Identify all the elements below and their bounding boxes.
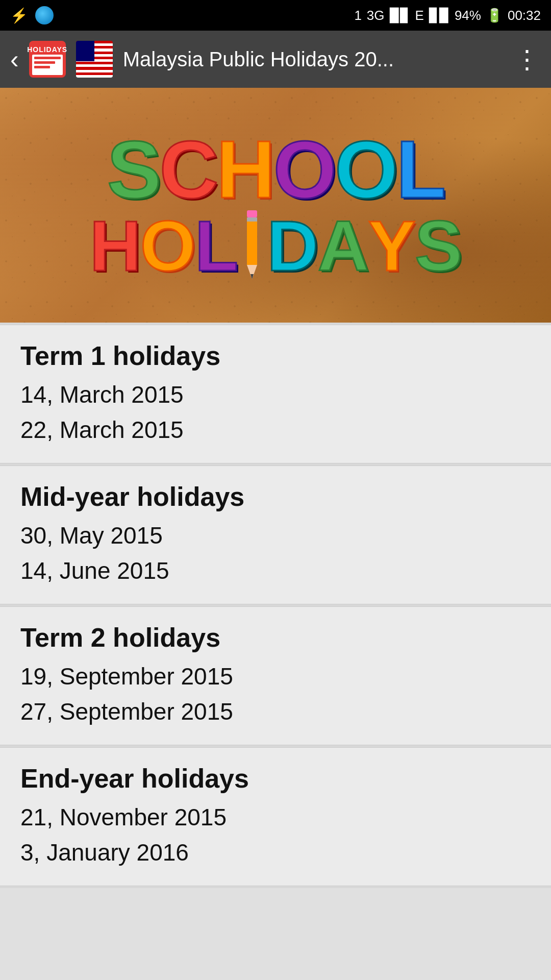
holiday-item-midyear[interactable]: Mid-year holidays 30, May 2015 14, June … <box>0 465 551 604</box>
overflow-menu-button[interactable]: ⋮ <box>514 44 541 74</box>
letter-s2: S <box>415 210 461 282</box>
letter-l: L <box>396 124 444 215</box>
battery-icon: 🔋 <box>486 8 503 23</box>
letter-li: L <box>195 210 238 282</box>
letter-h2: H <box>90 210 140 282</box>
holiday-start-midyear: 30, May 2015 <box>20 518 536 553</box>
holiday-end-endyear: 3, January 2016 <box>20 835 536 870</box>
holiday-end-term2: 27, September 2015 <box>20 694 536 729</box>
letter-s: S <box>107 124 160 215</box>
holiday-end-midyear: 14, June 2015 <box>20 553 536 589</box>
svg-rect-2 <box>247 222 257 265</box>
holiday-dates-midyear: 30, May 2015 14, June 2015 <box>20 518 536 589</box>
status-bar-left: ⚡ <box>10 6 54 24</box>
school-text: SCHOOL <box>107 129 444 210</box>
holiday-item-term1[interactable]: Term 1 holidays 14, March 2015 22, March… <box>0 325 551 463</box>
letter-h: H <box>216 124 273 215</box>
holiday-title-endyear: End-year holidays <box>20 763 536 794</box>
svg-rect-0 <box>247 210 257 217</box>
letter-o1: O <box>273 124 335 215</box>
network-3g: 3G <box>367 8 385 23</box>
letter-o2: O <box>335 124 396 215</box>
signal-icon-2: ▊▉ <box>429 8 449 23</box>
network-type-1: 1 <box>354 8 361 23</box>
status-bar: ⚡ 1 3G ▉▊ E ▊▉ 94% 🔋 00:32 <box>0 0 551 31</box>
holiday-item-term2[interactable]: Term 2 holidays 19, September 2015 27, S… <box>0 606 551 745</box>
holiday-dates-endyear: 21, November 2015 3, January 2016 <box>20 800 536 870</box>
holiday-start-endyear: 21, November 2015 <box>20 800 536 835</box>
letter-o3: O <box>140 210 195 282</box>
holiday-end-term1: 22, March 2015 <box>20 412 536 448</box>
banner-text-container: SCHOOL HOL DAYS <box>0 88 551 323</box>
flag-canton <box>76 41 94 61</box>
holiday-title-term1: Term 1 holidays <box>20 340 536 371</box>
battery-level: 94% <box>455 8 481 23</box>
holiday-dates-term1: 14, March 2015 22, March 2015 <box>20 377 536 448</box>
letter-d: D <box>267 210 317 282</box>
holiday-list: Term 1 holidays 14, March 2015 22, March… <box>0 323 551 888</box>
holiday-item-endyear[interactable]: End-year holidays 21, November 2015 3, J… <box>0 747 551 886</box>
letter-y: Y <box>368 210 414 282</box>
clock: 00:32 <box>508 8 541 23</box>
letter-c: C <box>159 124 216 215</box>
svg-rect-1 <box>247 217 257 222</box>
status-bar-right: 1 3G ▉▊ E ▊▉ 94% 🔋 00:32 <box>354 8 541 23</box>
holiday-title-midyear: Mid-year holidays <box>20 481 536 512</box>
holiday-dates-term2: 19, September 2015 27, September 2015 <box>20 659 536 729</box>
app-bar: ‹ HOLIDAYS Malaysia Public Ho <box>0 31 551 88</box>
globe-icon <box>35 6 54 24</box>
holidays-text: HOL DAYS <box>90 210 462 282</box>
network-e: E <box>415 8 424 23</box>
holiday-start-term2: 19, September 2015 <box>20 659 536 694</box>
pencil-svg <box>239 210 265 282</box>
banner-image: SCHOOL HOL DAYS <box>0 88 551 323</box>
holiday-start-term1: 14, March 2015 <box>20 377 536 412</box>
svg-marker-4 <box>251 274 254 279</box>
letter-a2: A <box>317 210 368 282</box>
back-button[interactable]: ‹ <box>10 44 19 74</box>
app-icon: HOLIDAYS <box>29 41 66 78</box>
app-bar-title: Malaysia Public Holidays 20... <box>123 48 504 71</box>
signal-icon: ▉▊ <box>390 8 410 23</box>
holiday-title-term2: Term 2 holidays <box>20 622 536 653</box>
usb-icon: ⚡ <box>10 7 28 24</box>
malaysia-flag <box>76 41 113 78</box>
